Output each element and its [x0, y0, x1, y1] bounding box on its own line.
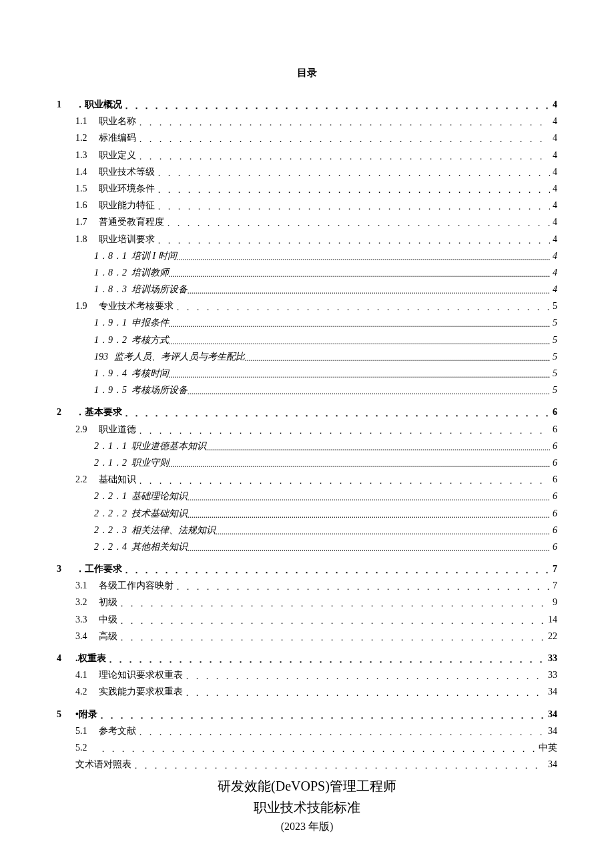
toc-page: 4 [550, 231, 557, 248]
toc-entry: 文术语对照表 ．．．．．．．．．．．．．．．．．．．．．．．．．．．．．．．．．… [57, 756, 557, 773]
toc-num: 1.6 [75, 197, 99, 213]
toc-label: 技术基础知识 [131, 505, 188, 522]
toc-page: 4 [550, 264, 557, 281]
toc-leader: ........................................… [169, 368, 550, 383]
toc-page: 6 [550, 488, 557, 504]
toc-entry: 1．9．4 考核时间 .............................… [57, 365, 557, 382]
toc-label: 中级 [99, 611, 117, 628]
toc-label: 考核方式 [131, 332, 169, 348]
toc-leader: ．．．．．．．．．．．．．．．．．．．．．．．．．．．．．．．．．．．．．．．．… [136, 725, 545, 740]
toc-page: 6 [550, 404, 557, 420]
toc-leader: ．．．．．．．．．．．．．．．．．．．．．．．．．．．．．．．．．．．．．．．．… [117, 613, 545, 628]
toc-leader: ........................................… [169, 318, 550, 332]
toc-entry: 1.1 职业名称 ．．．．．．．．．．．．．．．．．．．．．．．．．．．．．．．… [57, 113, 557, 129]
toc-leader: ........................................… [188, 385, 550, 400]
toc-page: 9 [550, 594, 557, 610]
toc-label: ．工作要求 [75, 560, 122, 577]
toc-entry: 4.1 理论知识要求权重表 ．．．．．．．．．．．．．．．．．．．．．．．．．．… [57, 667, 557, 683]
toc-leader: ．．．．．．．．．．．．．．．．．．．．．．．．．．．．．．．．．．．．．．．．… [155, 182, 550, 197]
toc-leader: ........................................… [188, 284, 550, 299]
toc-label: 基础知识 [99, 471, 136, 488]
toc-page: 5 [550, 332, 557, 348]
toc-label: 考核时间 [131, 365, 169, 382]
toc-leader: ........................................… [188, 491, 550, 506]
toc-label: 职业定义 [99, 147, 136, 163]
toc-entry: 1 ．职业概况 ．．．．．．．．．．．．．．．．．．．．．．．．．．．．．．．．… [57, 96, 557, 113]
toc-label: 申报条件 [131, 314, 169, 331]
toc-page: 14 [545, 611, 557, 628]
toc-entry: 1.3 职业定义 ．．．．．．．．．．．．．．．．．．．．．．．．．．．．．．．… [57, 147, 557, 163]
toc-leader: ．．．．．．．．．．．．．．．．．．．．．．．．．．．．．．．．．．．．．．．．… [117, 596, 550, 611]
toc-leader: ........................................… [169, 268, 550, 282]
toc-num: 1.9 [75, 298, 99, 314]
toc-leader: ．．．．．．．．．．．．．．．．．．．．．．．．．．．．．．．．．．．．．．．．… [183, 669, 545, 684]
toc-label: 职业道德基本知识 [131, 438, 206, 454]
toc-leader: ．．．．．．．．．．．．．．．．．．．．．．．．．．．．．．．．．．．．．．．．… [136, 473, 550, 488]
toc-page: 7 [550, 560, 557, 577]
toc-label: 标准编码 [99, 129, 136, 146]
toc-entry: 1．8．2 培训教师 .............................… [57, 264, 557, 281]
toc-leader: ．．．．．．．．．．．．．．．．．．．．．．．．．．．．．．．．．．．．．．．．… [155, 165, 550, 181]
toc-page: 34 [545, 723, 557, 739]
toc-num: 3.3 [75, 611, 99, 628]
toc-leader: ．．．．．．．．．．．．．．．．．．．．．．．．．．．．．．．．．．．．．．．．… [136, 131, 550, 147]
toc-num: 2．2．2 [94, 505, 131, 522]
toc-label: •附录 [75, 706, 97, 723]
toc-label: 培训 I 时间 [131, 248, 177, 264]
toc-page: 4 [550, 147, 557, 163]
toc-leader: ........................................… [169, 458, 550, 472]
toc-entry: 1．8．1 培训 I 时间 ..........................… [57, 248, 557, 264]
toc-label: 相关法律、法规知识 [131, 522, 216, 538]
toc-entry: 1．8．3 培训场所设备 ...........................… [57, 281, 557, 298]
toc-leader: ........................................… [216, 525, 550, 540]
toc-num: 2.2 [75, 471, 99, 488]
toc-num: 1.1 [75, 113, 99, 129]
toc-page: 6 [550, 454, 557, 471]
toc-num: 2．1．2 [94, 454, 131, 471]
toc-page: 4 [550, 197, 557, 213]
toc-entry: 1.5 职业环境条件 ．．．．．．．．．．．．．．．．．．．．．．．．．．．．．… [57, 180, 557, 197]
toc-num: 3 [57, 560, 75, 577]
toc-label: 考核场所设备 [131, 382, 188, 398]
toc-page: 4 [550, 281, 557, 298]
doc-main-title: 研发效能(DeVOPS)管理工程师 [57, 775, 557, 797]
toc-page: 中英 [536, 739, 557, 756]
toc-entry: 2．2．2 技术基础知识 ...........................… [57, 505, 557, 522]
toc-leader: ........................................… [245, 352, 550, 366]
toc-page: 33 [545, 667, 557, 683]
toc-page: 33 [545, 650, 557, 667]
toc-num: 3.4 [75, 628, 99, 644]
toc-entry: 2．1．1 职业道德基本知识 .........................… [57, 438, 557, 454]
toc-entry: 5 •附录 ．．．．．．．．．．．．．．．．．．．．．．．．．．．．．．．．．．… [57, 706, 557, 723]
toc-entry: 2．2．1 基础理论知识 ...........................… [57, 488, 557, 504]
toc-page: 34 [545, 756, 557, 773]
toc-leader: ．．．．．．．．．．．．．．．．．．．．．．．．．．．．．．．．．．．．．．．．… [136, 115, 550, 130]
toc-leader: ．．．．．．．．．．．．．．．．．．．．．．．．．．．．．．．．．．．．．．．．… [122, 406, 550, 421]
toc-page: 6 [550, 522, 557, 538]
toc-entry: 1.4 职业技术等级 ．．．．．．．．．．．．．．．．．．．．．．．．．．．．．… [57, 163, 557, 180]
toc-num: 2．2．1 [94, 488, 131, 504]
toc-leader: ........................................… [206, 441, 550, 456]
toc-entry: 2 ．基本要求 ．．．．．．．．．．．．．．．．．．．．．．．．．．．．．．．．… [57, 404, 557, 420]
toc-leader: ．．．．．．．．．．．．．．．．．．．．．．．．．．．．．．．．．．．．．．．．… [106, 652, 546, 667]
toc-entry: 2.2 基础知识 ．．．．．．．．．．．．．．．．．．．．．．．．．．．．．．．… [57, 471, 557, 488]
toc-leader: ．．．．．．．．．．．．．．．．．．．．．．．．．．．．．．．．．．．．．．．．… [164, 215, 550, 231]
toc-label: 职业道德 [99, 421, 136, 438]
toc-num: 1．9．2 [94, 332, 131, 348]
toc-num: 1．8．3 [94, 281, 131, 298]
toc-page: 4 [550, 96, 557, 113]
toc-label: 职业培训要求 [99, 231, 155, 248]
toc-label: 专业技术考核要求 [99, 298, 174, 314]
toc-page: 4 [550, 113, 557, 129]
toc-page: 6 [550, 505, 557, 522]
toc-leader: ．．．．．．．．．．．．．．．．．．．．．．．．．．．．．．．．．．．．．．．．… [155, 199, 550, 214]
toc-label: 理论知识要求权重表 [99, 667, 183, 683]
toc-num: 1.3 [75, 147, 99, 163]
toc-label: 初级 [99, 594, 117, 610]
toc-num: 1．9．1 [94, 314, 131, 331]
toc-leader: ．．．．．．．．．．．．．．．．．．．．．．．．．．．．．．．．．．．．．．．．… [122, 562, 550, 578]
toc-leader: ．．．．．．．．．．．．．．．．．．．．．．．．．．．．．．．．．．．．．．．．… [174, 300, 550, 315]
toc-num: 2.9 [75, 421, 99, 438]
toc-label: 普通受教育程度 [99, 213, 164, 230]
toc-entry: 1.6 职业能力特征 ．．．．．．．．．．．．．．．．．．．．．．．．．．．．．… [57, 197, 557, 213]
